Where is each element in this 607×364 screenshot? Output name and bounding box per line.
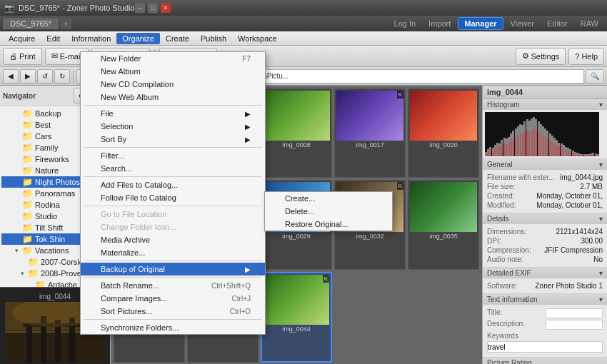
import-button[interactable]: Import <box>423 18 456 29</box>
photo-cell-img_0008[interactable]: img_0008 <box>261 89 332 178</box>
textinfo-section: Text information ▾ Title: Description: K… <box>483 294 607 358</box>
histogram-header[interactable]: Histogram ▾ <box>483 99 607 110</box>
context-menu-item-label: Add Files to Catalog... <box>101 181 178 189</box>
photo-cell-img_0020[interactable]: img_0020 <box>408 89 479 178</box>
submenu-item-label: Restore Original... <box>285 220 348 228</box>
file-tab[interactable]: DSC_9765* <box>3 18 59 29</box>
context-menu-item-selection[interactable]: Selection▶ <box>81 120 265 133</box>
context-menu-item-backup_of_original[interactable]: Backup of Original▶ <box>81 263 265 275</box>
keywords-row: Keywords <box>487 330 603 354</box>
keywords-box <box>487 341 603 353</box>
minimize-button[interactable]: ─ <box>135 3 145 13</box>
context-menu-item-search___[interactable]: Search... <box>81 162 265 175</box>
context-menu-item-synchronize_folders___[interactable]: Synchronize Folders... <box>81 321 265 334</box>
manager-button[interactable]: Manager <box>458 17 503 30</box>
context-menu-item-sort_pictures___[interactable]: Sort Pictures...Ctrl+O <box>81 305 265 318</box>
context-menu-item-new_album[interactable]: New Album <box>81 65 265 78</box>
details-header[interactable]: Details ▾ <box>483 213 607 224</box>
menu-publish[interactable]: Publish <box>195 33 232 44</box>
context-menu-separator <box>84 147 262 148</box>
photo-cell-img_0017[interactable]: Kimg_0017 <box>334 89 406 178</box>
histogram-red-bar <box>515 137 516 156</box>
histogram-red-bar <box>591 154 592 156</box>
histogram-red-bar <box>499 147 501 156</box>
context-menu-separator <box>84 319 262 320</box>
histogram-red-bar <box>577 153 578 156</box>
context-menu-item-materialize___[interactable]: Materialize... <box>81 246 265 259</box>
maximize-button[interactable]: □ <box>148 3 158 13</box>
rotate-ccw-button[interactable]: ↺ <box>37 69 53 84</box>
print-button[interactable]: 🖨 Print <box>3 48 42 65</box>
tree-item-label: Vacations <box>35 246 69 255</box>
photo-thumb-img_0020 <box>410 91 477 141</box>
general-content: Filename with exter... img_0044.jpg File… <box>483 170 607 213</box>
histogram-red-bar <box>503 143 505 156</box>
context-menu-item-label: Media Archive <box>101 236 150 244</box>
login-button[interactable]: Log In <box>388 18 422 29</box>
new-tab-button[interactable]: + <box>60 18 71 29</box>
context-menu-item-file[interactable]: File▶ <box>81 107 265 120</box>
exif-content: Software: Zoner Photo Studio 1 <box>483 278 607 293</box>
submenu-item-restore_original___[interactable]: Restore Original... <box>265 218 392 231</box>
histogram-red-bar <box>486 153 487 156</box>
menu-create[interactable]: Create <box>160 33 195 44</box>
context-menu-shortcut: Ctrl+J <box>232 295 251 303</box>
close-button[interactable]: ✕ <box>161 3 171 13</box>
menu-information[interactable]: Information <box>66 33 116 44</box>
tree-item-label: Night Photos <box>35 178 80 186</box>
folder-icon: 📁 <box>22 188 33 198</box>
settings-button[interactable]: ⚙ Settings <box>516 48 566 65</box>
nav-back-button[interactable]: ◀ <box>3 69 19 84</box>
nav-fwd-button[interactable]: ▶ <box>20 69 36 84</box>
details-section: Details ▾ Dimensions: 2121x1414x24 DPI: … <box>483 213 607 268</box>
context-menu-item-compare_images___[interactable]: Compare Images...Ctrl+J <box>81 292 265 305</box>
context-menu-item-sort_by[interactable]: Sort By▶ <box>81 133 265 146</box>
histogram-red-bar <box>563 148 564 156</box>
menu-edit[interactable]: Edit <box>41 33 66 44</box>
raw-button[interactable]: RAW <box>575 18 604 29</box>
histogram-red-bar <box>494 148 496 156</box>
submenu-item-delete___[interactable]: Delete... <box>265 205 392 218</box>
context-menu-item-filter___[interactable]: Filter... <box>81 149 265 162</box>
viewer-button[interactable]: Viewer <box>505 18 540 29</box>
help-button[interactable]: ? Help <box>568 48 604 65</box>
folder-icon: 📁 <box>22 177 33 187</box>
photo-label-img_0032: img_0032 <box>336 232 403 241</box>
photo-label-img_0008: img_0008 <box>263 141 330 149</box>
context-menu-shortcut: Ctrl+Shift+Q <box>211 282 251 290</box>
photo-label-img_0035: img_0035 <box>410 232 477 241</box>
menu-organize[interactable]: Organize <box>116 33 160 44</box>
rating-header[interactable]: Picture Rating <box>483 358 607 364</box>
keywords-input[interactable] <box>487 341 603 353</box>
context-menu-item-new_cd_compilation[interactable]: New CD Compilation <box>81 78 265 91</box>
photo-cell-img_0044[interactable]: Kimg_0044 <box>261 272 332 363</box>
exif-header[interactable]: Detailed EXIF ▾ <box>483 268 607 278</box>
exif-expand-icon: ▾ <box>599 269 603 277</box>
histogram-red-bar <box>554 143 556 156</box>
tree-item-label: Panoramas <box>35 189 75 198</box>
context-menu-item-add_files_to_catalog___[interactable]: Add Files to Catalog... <box>81 178 265 191</box>
title-input[interactable] <box>546 308 603 318</box>
preview-label: img_0044 <box>38 291 72 302</box>
context-menu-item-new_folder[interactable]: New FolderF7 <box>81 52 265 65</box>
menu-acquire[interactable]: Acquire <box>3 33 41 44</box>
rotate-cw-button[interactable]: ↻ <box>54 69 70 84</box>
folder-icon: 📁 <box>22 154 33 164</box>
submenu-item-label: Delete... <box>285 207 314 216</box>
menu-workspace[interactable]: Workspace <box>232 33 283 44</box>
histogram-red-bar <box>492 151 493 156</box>
context-menu-item-batch_rename___[interactable]: Batch Rename...Ctrl+Shift+Q <box>81 279 265 292</box>
textinfo-header[interactable]: Text information ▾ <box>483 294 607 305</box>
search-button[interactable]: 🔍 <box>586 69 604 84</box>
editor-button[interactable]: Editor <box>541 18 573 29</box>
submenu-item-create___[interactable]: Create... <box>265 192 392 205</box>
histogram-red-bar <box>538 132 539 156</box>
description-input[interactable] <box>546 320 603 330</box>
general-header[interactable]: General ▾ <box>483 159 607 170</box>
context-menu-item-follow_file_to_catalog[interactable]: Follow File to Catalog <box>81 191 265 204</box>
context-menu-item-media_archive[interactable]: Media Archive <box>81 233 265 246</box>
photo-cell-img_0035[interactable]: img_0035 <box>408 180 479 269</box>
context-menu-item-change_folder_icon___: Change Folder Icon... <box>81 221 265 233</box>
context-menu-item-new_web_album[interactable]: New Web Album <box>81 91 265 103</box>
tree-item-label: Studio <box>35 212 57 221</box>
